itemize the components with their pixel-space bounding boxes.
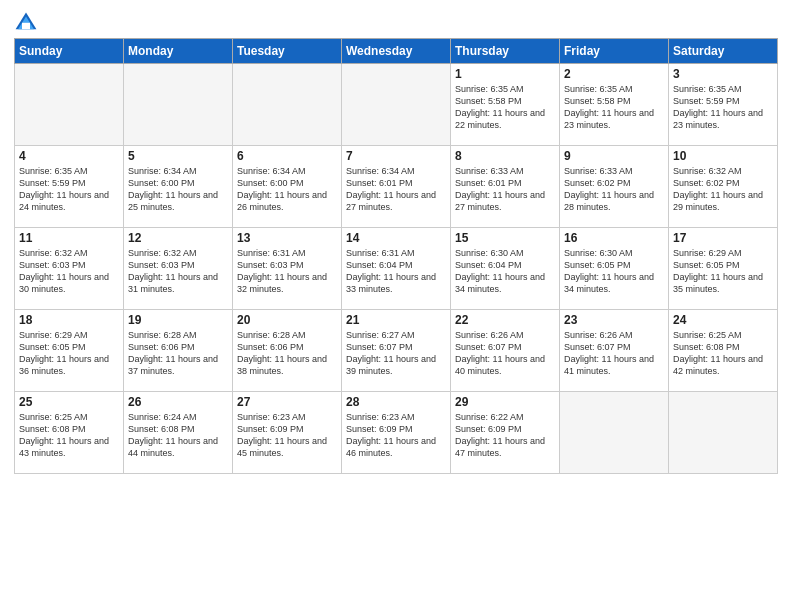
calendar-day-2: 2Sunrise: 6:35 AM Sunset: 5:58 PM Daylig… bbox=[560, 64, 669, 146]
weekday-header-tuesday: Tuesday bbox=[233, 39, 342, 64]
svg-rect-2 bbox=[22, 23, 30, 29]
weekday-header-thursday: Thursday bbox=[451, 39, 560, 64]
day-info: Sunrise: 6:26 AM Sunset: 6:07 PM Dayligh… bbox=[455, 329, 555, 378]
day-number: 5 bbox=[128, 149, 228, 163]
day-number: 12 bbox=[128, 231, 228, 245]
calendar-day-29: 29Sunrise: 6:22 AM Sunset: 6:09 PM Dayli… bbox=[451, 392, 560, 474]
calendar-day-16: 16Sunrise: 6:30 AM Sunset: 6:05 PM Dayli… bbox=[560, 228, 669, 310]
day-number: 26 bbox=[128, 395, 228, 409]
day-info: Sunrise: 6:28 AM Sunset: 6:06 PM Dayligh… bbox=[237, 329, 337, 378]
day-number: 7 bbox=[346, 149, 446, 163]
calendar-empty-cell bbox=[560, 392, 669, 474]
day-number: 19 bbox=[128, 313, 228, 327]
day-info: Sunrise: 6:35 AM Sunset: 5:59 PM Dayligh… bbox=[673, 83, 773, 132]
weekday-header-friday: Friday bbox=[560, 39, 669, 64]
calendar-day-26: 26Sunrise: 6:24 AM Sunset: 6:08 PM Dayli… bbox=[124, 392, 233, 474]
calendar-day-23: 23Sunrise: 6:26 AM Sunset: 6:07 PM Dayli… bbox=[560, 310, 669, 392]
day-number: 15 bbox=[455, 231, 555, 245]
calendar-day-20: 20Sunrise: 6:28 AM Sunset: 6:06 PM Dayli… bbox=[233, 310, 342, 392]
calendar-day-17: 17Sunrise: 6:29 AM Sunset: 6:05 PM Dayli… bbox=[669, 228, 778, 310]
day-info: Sunrise: 6:30 AM Sunset: 6:04 PM Dayligh… bbox=[455, 247, 555, 296]
calendar-day-10: 10Sunrise: 6:32 AM Sunset: 6:02 PM Dayli… bbox=[669, 146, 778, 228]
day-info: Sunrise: 6:32 AM Sunset: 6:03 PM Dayligh… bbox=[19, 247, 119, 296]
day-number: 25 bbox=[19, 395, 119, 409]
day-number: 22 bbox=[455, 313, 555, 327]
day-number: 11 bbox=[19, 231, 119, 245]
calendar-empty-cell bbox=[15, 64, 124, 146]
day-number: 18 bbox=[19, 313, 119, 327]
calendar-empty-cell bbox=[669, 392, 778, 474]
calendar-day-4: 4Sunrise: 6:35 AM Sunset: 5:59 PM Daylig… bbox=[15, 146, 124, 228]
page: SundayMondayTuesdayWednesdayThursdayFrid… bbox=[0, 0, 792, 612]
calendar-week-row: 4Sunrise: 6:35 AM Sunset: 5:59 PM Daylig… bbox=[15, 146, 778, 228]
day-number: 2 bbox=[564, 67, 664, 81]
day-info: Sunrise: 6:29 AM Sunset: 6:05 PM Dayligh… bbox=[673, 247, 773, 296]
calendar-day-28: 28Sunrise: 6:23 AM Sunset: 6:09 PM Dayli… bbox=[342, 392, 451, 474]
day-info: Sunrise: 6:34 AM Sunset: 6:01 PM Dayligh… bbox=[346, 165, 446, 214]
calendar-day-9: 9Sunrise: 6:33 AM Sunset: 6:02 PM Daylig… bbox=[560, 146, 669, 228]
day-info: Sunrise: 6:31 AM Sunset: 6:03 PM Dayligh… bbox=[237, 247, 337, 296]
day-info: Sunrise: 6:30 AM Sunset: 6:05 PM Dayligh… bbox=[564, 247, 664, 296]
calendar-day-6: 6Sunrise: 6:34 AM Sunset: 6:00 PM Daylig… bbox=[233, 146, 342, 228]
weekday-header-wednesday: Wednesday bbox=[342, 39, 451, 64]
calendar-day-15: 15Sunrise: 6:30 AM Sunset: 6:04 PM Dayli… bbox=[451, 228, 560, 310]
weekday-header-monday: Monday bbox=[124, 39, 233, 64]
calendar-week-row: 11Sunrise: 6:32 AM Sunset: 6:03 PM Dayli… bbox=[15, 228, 778, 310]
calendar-day-13: 13Sunrise: 6:31 AM Sunset: 6:03 PM Dayli… bbox=[233, 228, 342, 310]
weekday-header-sunday: Sunday bbox=[15, 39, 124, 64]
day-info: Sunrise: 6:35 AM Sunset: 5:58 PM Dayligh… bbox=[455, 83, 555, 132]
calendar-day-22: 22Sunrise: 6:26 AM Sunset: 6:07 PM Dayli… bbox=[451, 310, 560, 392]
day-number: 28 bbox=[346, 395, 446, 409]
day-info: Sunrise: 6:35 AM Sunset: 5:59 PM Dayligh… bbox=[19, 165, 119, 214]
day-number: 8 bbox=[455, 149, 555, 163]
day-number: 23 bbox=[564, 313, 664, 327]
day-info: Sunrise: 6:25 AM Sunset: 6:08 PM Dayligh… bbox=[673, 329, 773, 378]
day-info: Sunrise: 6:29 AM Sunset: 6:05 PM Dayligh… bbox=[19, 329, 119, 378]
calendar-day-14: 14Sunrise: 6:31 AM Sunset: 6:04 PM Dayli… bbox=[342, 228, 451, 310]
calendar-day-24: 24Sunrise: 6:25 AM Sunset: 6:08 PM Dayli… bbox=[669, 310, 778, 392]
calendar-day-11: 11Sunrise: 6:32 AM Sunset: 6:03 PM Dayli… bbox=[15, 228, 124, 310]
calendar-day-1: 1Sunrise: 6:35 AM Sunset: 5:58 PM Daylig… bbox=[451, 64, 560, 146]
day-number: 27 bbox=[237, 395, 337, 409]
calendar-day-5: 5Sunrise: 6:34 AM Sunset: 6:00 PM Daylig… bbox=[124, 146, 233, 228]
calendar-week-row: 25Sunrise: 6:25 AM Sunset: 6:08 PM Dayli… bbox=[15, 392, 778, 474]
calendar-day-19: 19Sunrise: 6:28 AM Sunset: 6:06 PM Dayli… bbox=[124, 310, 233, 392]
day-info: Sunrise: 6:32 AM Sunset: 6:02 PM Dayligh… bbox=[673, 165, 773, 214]
day-info: Sunrise: 6:22 AM Sunset: 6:09 PM Dayligh… bbox=[455, 411, 555, 460]
day-number: 9 bbox=[564, 149, 664, 163]
logo-area bbox=[14, 10, 42, 34]
day-number: 3 bbox=[673, 67, 773, 81]
day-number: 4 bbox=[19, 149, 119, 163]
day-number: 1 bbox=[455, 67, 555, 81]
calendar-table: SundayMondayTuesdayWednesdayThursdayFrid… bbox=[14, 38, 778, 474]
day-info: Sunrise: 6:23 AM Sunset: 6:09 PM Dayligh… bbox=[346, 411, 446, 460]
day-number: 21 bbox=[346, 313, 446, 327]
day-number: 16 bbox=[564, 231, 664, 245]
day-info: Sunrise: 6:24 AM Sunset: 6:08 PM Dayligh… bbox=[128, 411, 228, 460]
day-info: Sunrise: 6:23 AM Sunset: 6:09 PM Dayligh… bbox=[237, 411, 337, 460]
day-number: 29 bbox=[455, 395, 555, 409]
calendar-empty-cell bbox=[124, 64, 233, 146]
day-info: Sunrise: 6:32 AM Sunset: 6:03 PM Dayligh… bbox=[128, 247, 228, 296]
logo-icon bbox=[14, 10, 38, 34]
day-info: Sunrise: 6:27 AM Sunset: 6:07 PM Dayligh… bbox=[346, 329, 446, 378]
calendar-day-27: 27Sunrise: 6:23 AM Sunset: 6:09 PM Dayli… bbox=[233, 392, 342, 474]
calendar-week-row: 1Sunrise: 6:35 AM Sunset: 5:58 PM Daylig… bbox=[15, 64, 778, 146]
day-number: 10 bbox=[673, 149, 773, 163]
day-info: Sunrise: 6:33 AM Sunset: 6:01 PM Dayligh… bbox=[455, 165, 555, 214]
calendar-day-18: 18Sunrise: 6:29 AM Sunset: 6:05 PM Dayli… bbox=[15, 310, 124, 392]
day-number: 14 bbox=[346, 231, 446, 245]
calendar-day-25: 25Sunrise: 6:25 AM Sunset: 6:08 PM Dayli… bbox=[15, 392, 124, 474]
calendar-day-7: 7Sunrise: 6:34 AM Sunset: 6:01 PM Daylig… bbox=[342, 146, 451, 228]
calendar-day-21: 21Sunrise: 6:27 AM Sunset: 6:07 PM Dayli… bbox=[342, 310, 451, 392]
day-number: 24 bbox=[673, 313, 773, 327]
day-number: 20 bbox=[237, 313, 337, 327]
day-info: Sunrise: 6:26 AM Sunset: 6:07 PM Dayligh… bbox=[564, 329, 664, 378]
weekday-header-row: SundayMondayTuesdayWednesdayThursdayFrid… bbox=[15, 39, 778, 64]
day-info: Sunrise: 6:35 AM Sunset: 5:58 PM Dayligh… bbox=[564, 83, 664, 132]
calendar-day-8: 8Sunrise: 6:33 AM Sunset: 6:01 PM Daylig… bbox=[451, 146, 560, 228]
day-info: Sunrise: 6:28 AM Sunset: 6:06 PM Dayligh… bbox=[128, 329, 228, 378]
day-info: Sunrise: 6:34 AM Sunset: 6:00 PM Dayligh… bbox=[128, 165, 228, 214]
day-number: 17 bbox=[673, 231, 773, 245]
calendar-day-12: 12Sunrise: 6:32 AM Sunset: 6:03 PM Dayli… bbox=[124, 228, 233, 310]
